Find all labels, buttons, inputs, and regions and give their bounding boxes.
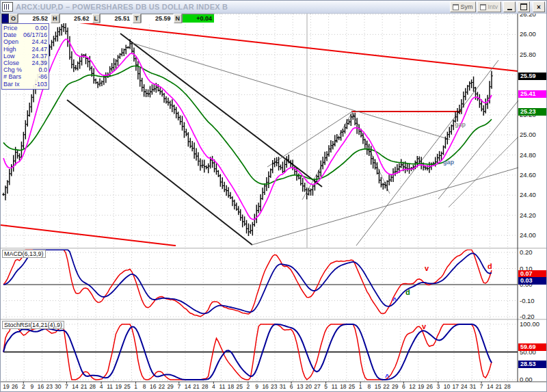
high-value: 25.62 — [59, 14, 92, 23]
svg-text:17: 17 — [452, 383, 459, 390]
info-row: Close24.39 — [3, 60, 47, 66]
stochrsi-panel-label: StochRSI(14,21(4),9) — [2, 321, 64, 329]
interval-button[interactable]: Intv — [477, 1, 501, 12]
title-bar: ARCX:UUP,D – POWERSHARES DB US DOLLAR IN… — [1, 1, 546, 14]
svg-text:13: 13 — [297, 383, 304, 390]
svg-text:28: 28 — [202, 383, 209, 390]
svg-text:18: 18 — [340, 383, 347, 390]
svg-text:27: 27 — [314, 383, 321, 390]
svg-text:19: 19 — [418, 383, 425, 390]
close-button[interactable]: × — [533, 1, 545, 12]
axis-value-badge: 59.69 — [518, 343, 547, 351]
svg-text:7: 7 — [65, 383, 68, 390]
svg-text:31: 31 — [280, 383, 286, 390]
svg-text:14: 14 — [185, 383, 191, 390]
window-mini-icon — [453, 4, 459, 10]
svg-text:25: 25 — [236, 383, 243, 390]
signal-annotation: d — [488, 263, 492, 270]
svg-text:7: 7 — [480, 383, 483, 390]
svg-text:25.00: 25.00 — [520, 131, 536, 138]
axis-value-badge: 0.03 — [518, 277, 547, 285]
svg-text:29: 29 — [392, 383, 399, 390]
svg-text:9: 9 — [31, 383, 34, 390]
price-chart-canvas[interactable]: 26.2026.0025.8025.6025.4025.2025.0024.80… — [1, 1, 547, 392]
svg-text:31: 31 — [470, 383, 477, 390]
svg-text:16: 16 — [262, 383, 269, 390]
svg-text:-0.10: -0.10 — [520, 297, 535, 304]
svg-text:16: 16 — [150, 383, 157, 390]
signal-annotation: v — [425, 265, 429, 272]
svg-text:29: 29 — [167, 383, 174, 390]
svg-text:12: 12 — [409, 383, 416, 390]
low-label: L — [92, 14, 101, 23]
trade-label: T — [133, 14, 141, 23]
svg-text:8: 8 — [367, 383, 371, 390]
minimize-button[interactable] — [503, 1, 516, 12]
svg-text:2: 2 — [22, 383, 25, 390]
svg-text:100.00: 100.00 — [520, 320, 539, 328]
svg-text:0.20: 0.20 — [520, 248, 533, 256]
svg-text:4: 4 — [100, 383, 103, 390]
svg-text:21: 21 — [193, 383, 200, 390]
net-label: N — [174, 14, 183, 23]
svg-text:22: 22 — [159, 383, 165, 390]
net-change-value: +0.04 — [182, 14, 215, 23]
axis-value-badge: 25.59 — [518, 73, 547, 80]
info-row: Date06/17/16 — [3, 31, 47, 38]
high-label: H — [51, 14, 59, 23]
window-mini-icon — [480, 4, 486, 10]
svg-text:10: 10 — [444, 383, 451, 390]
svg-text:1: 1 — [359, 383, 362, 390]
svg-text:19: 19 — [3, 383, 10, 390]
svg-text:28: 28 — [504, 383, 511, 390]
svg-text:24.80: 24.80 — [520, 151, 536, 159]
open-label: O — [9, 14, 18, 23]
svg-text:14: 14 — [487, 383, 494, 390]
info-row: Bar Ix-103 — [3, 81, 47, 88]
maximize-button[interactable] — [518, 1, 530, 12]
svg-text:11: 11 — [107, 383, 113, 390]
svg-text:-0.20: -0.20 — [520, 313, 535, 320]
svg-text:28: 28 — [90, 383, 96, 390]
info-row: High24.47 — [3, 46, 47, 53]
axis-value-badge: 25.23 — [518, 108, 547, 116]
svg-text:20: 20 — [306, 383, 312, 390]
svg-text:30: 30 — [55, 383, 62, 390]
svg-text:3: 3 — [437, 383, 440, 390]
axis-value-badge: 28.53 — [518, 361, 547, 368]
svg-text:26.00: 26.00 — [520, 30, 536, 38]
close-icon: × — [537, 3, 541, 11]
svg-text:14: 14 — [72, 383, 79, 390]
svg-text:25: 25 — [349, 383, 356, 390]
svg-text:6: 6 — [402, 383, 405, 390]
svg-text:26: 26 — [12, 383, 18, 390]
svg-text:24.40: 24.40 — [520, 191, 536, 198]
macd-panel-label: MACD(6,13,9) — [2, 250, 46, 258]
window-title: ARCX:UUP,D – POWERSHARES DB US DOLLAR IN… — [16, 3, 449, 11]
minimize-icon — [507, 9, 512, 10]
svg-text:22: 22 — [383, 383, 390, 390]
chart-app-icon — [2, 2, 13, 12]
svg-text:4: 4 — [212, 383, 215, 390]
svg-text:23: 23 — [271, 383, 278, 390]
svg-text:24.20: 24.20 — [520, 211, 536, 219]
trade-value: 25.59 — [141, 14, 174, 23]
svg-text:16: 16 — [38, 383, 44, 390]
svg-text:5: 5 — [324, 383, 328, 390]
svg-text:23: 23 — [46, 383, 53, 390]
axis-value-badge: 25.41 — [518, 90, 547, 98]
svg-text:11: 11 — [219, 383, 226, 390]
svg-text:7: 7 — [177, 383, 181, 390]
svg-text:1: 1 — [134, 383, 137, 390]
signal-annotation: v — [422, 323, 426, 330]
data-window: Price0.00 Date06/17/16 Open24.42 High24.… — [1, 23, 49, 90]
info-row: # Bars-86 — [3, 73, 47, 80]
low-value: 25.51 — [100, 14, 133, 23]
svg-text:25.80: 25.80 — [520, 51, 536, 58]
signal-annotation: d — [405, 289, 410, 296]
quote-bar: O 25.52 H 25.62 L 25.51 T 25.59 N +0.04 — [1, 14, 215, 23]
info-row: Open24.42 — [3, 38, 47, 45]
signal-annotation: ^ — [385, 374, 389, 380]
symbol-button[interactable]: Sym — [450, 1, 476, 12]
svg-text:24.60: 24.60 — [520, 171, 536, 179]
